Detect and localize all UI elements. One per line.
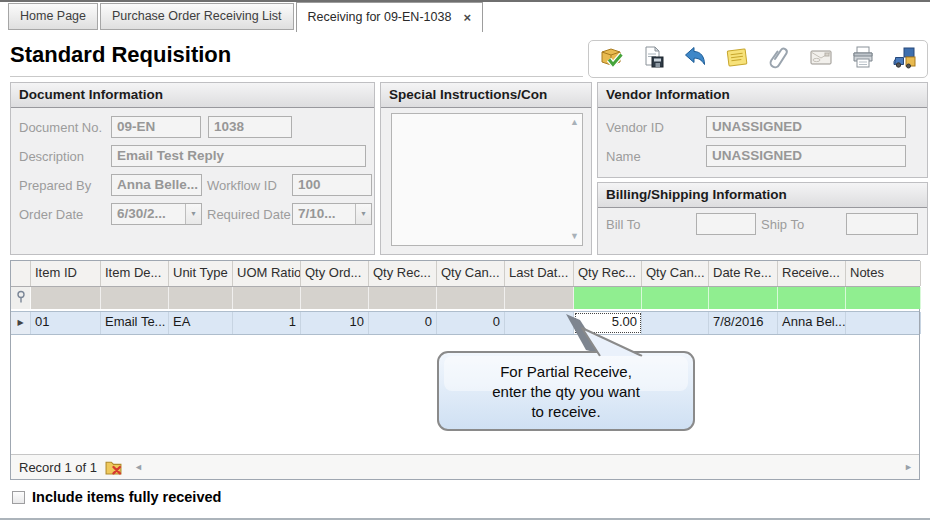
grid-filter-row bbox=[11, 287, 919, 309]
description-field[interactable]: Email Test Reply bbox=[111, 145, 366, 167]
required-date-label: Required Date bbox=[207, 207, 291, 222]
grid-cell-last-date[interactable] bbox=[505, 312, 574, 334]
column-header-qty-ordered[interactable]: Qty Ord... bbox=[301, 261, 369, 286]
filter-cell-unit-type[interactable] bbox=[169, 287, 233, 309]
grid-cell-notes[interactable] bbox=[846, 312, 921, 334]
receive-icon bbox=[598, 44, 624, 74]
vendor-name-label: Name bbox=[606, 149, 641, 164]
scroll-up-icon[interactable]: ▲ bbox=[570, 118, 579, 127]
vendor-information-title: Vendor Information bbox=[598, 83, 927, 108]
filter-cell-qty-cancelled[interactable] bbox=[437, 287, 505, 309]
save-button[interactable] bbox=[639, 44, 667, 74]
prepared-by-field[interactable]: Anna Belle... bbox=[111, 174, 202, 196]
transfer-button[interactable] bbox=[891, 44, 919, 74]
undo-icon bbox=[682, 44, 708, 74]
filter-cell-qty-cancel-now[interactable] bbox=[642, 287, 709, 309]
grid-cell-qty-cancelled[interactable]: 0 bbox=[437, 312, 505, 334]
hscroll-left-icon[interactable]: ◄ bbox=[134, 462, 143, 472]
special-instructions-input[interactable]: ▲ ▼ bbox=[391, 113, 583, 246]
tab-home-page[interactable]: Home Page bbox=[8, 3, 98, 30]
tab-receiving-label: Receiving for 09-EN-1038 bbox=[308, 3, 452, 32]
filter-cell-date-received[interactable] bbox=[709, 287, 778, 309]
notes-button[interactable] bbox=[723, 44, 751, 74]
email-icon bbox=[808, 44, 834, 74]
column-header-notes[interactable]: Notes bbox=[846, 261, 921, 286]
column-header-qty-cancel-now[interactable]: Qty Can... bbox=[642, 261, 709, 286]
grid-cell-unit-type[interactable]: EA bbox=[169, 312, 233, 334]
vendor-id-field[interactable]: UNASSIGNED bbox=[706, 116, 906, 138]
include-items-label: Include items fully received bbox=[32, 489, 221, 505]
tab-close-icon[interactable]: × bbox=[463, 11, 471, 24]
hscroll-right-icon[interactable]: ► bbox=[904, 462, 913, 472]
required-date-dropdown-icon[interactable]: ▼ bbox=[355, 204, 371, 224]
grid-cell-item-id[interactable]: 01 bbox=[31, 312, 101, 334]
filter-cell-qty-receive-now[interactable] bbox=[574, 287, 642, 309]
filter-cell-last-date[interactable] bbox=[505, 287, 574, 309]
filter-cell-item-id[interactable] bbox=[31, 287, 101, 309]
notes-icon bbox=[724, 44, 750, 74]
undo-button[interactable] bbox=[681, 44, 709, 74]
required-date-field[interactable]: 7/10... ▼ bbox=[292, 203, 372, 225]
email-button[interactable] bbox=[807, 44, 835, 74]
document-no-number-field[interactable]: 1038 bbox=[208, 116, 292, 138]
description-label: Description bbox=[19, 149, 84, 164]
column-header-date-received[interactable]: Date Re... bbox=[709, 261, 778, 286]
ship-to-field[interactable] bbox=[846, 213, 918, 235]
grid-cell-received-by[interactable]: Anna Bel... bbox=[778, 312, 846, 334]
vendor-name-field[interactable]: UNASSIGNED bbox=[706, 145, 906, 167]
scroll-down-icon[interactable]: ▼ bbox=[570, 232, 579, 241]
grid-cell-qty-receive-now[interactable]: 5.00 bbox=[574, 312, 642, 334]
column-header-last-date[interactable]: Last Dat... bbox=[505, 261, 574, 286]
tab-receiving[interactable]: Receiving for 09-EN-1038 × bbox=[296, 2, 483, 32]
end-edit-icon[interactable] bbox=[105, 459, 122, 475]
required-date-value: 7/10... bbox=[298, 206, 336, 221]
row-indicator[interactable]: ▶ bbox=[11, 312, 31, 334]
grid-cell-qty-received[interactable]: 0 bbox=[369, 312, 437, 334]
order-date-dropdown-icon[interactable]: ▼ bbox=[185, 204, 201, 224]
bill-to-field[interactable] bbox=[696, 213, 756, 235]
column-header-qty-cancelled[interactable]: Qty Can... bbox=[437, 261, 505, 286]
table-row: ▶01Email Te...EA110005.007/8/2016Anna Be… bbox=[11, 311, 919, 335]
grid-cell-date-received[interactable]: 7/8/2016 bbox=[709, 312, 778, 334]
filter-cell-item-description[interactable] bbox=[101, 287, 169, 309]
column-header-unit-type[interactable]: Unit Type bbox=[169, 261, 233, 286]
workflow-id-field[interactable]: 100 bbox=[292, 174, 372, 196]
column-header-uom-ratio[interactable]: UOM Ratio bbox=[233, 261, 301, 286]
receive-button[interactable] bbox=[597, 44, 625, 74]
grid-cell-qty-cancel-now[interactable] bbox=[642, 312, 709, 334]
include-items-checkbox[interactable] bbox=[12, 491, 25, 504]
row-arrow-icon: ▶ bbox=[17, 313, 23, 333]
column-header-qty-receive-now[interactable]: Qty Rec... bbox=[574, 261, 642, 286]
grid-cell-item-description[interactable]: Email Te... bbox=[101, 312, 169, 334]
page-title: Standard Requisition bbox=[10, 42, 231, 68]
document-information-title: Document Information bbox=[11, 83, 374, 108]
grid-cell-uom-ratio[interactable]: 1 bbox=[233, 312, 301, 334]
title-divider bbox=[10, 76, 583, 77]
column-header-item-id[interactable]: Item ID bbox=[31, 261, 101, 286]
column-header-qty-received[interactable]: Qty Rec... bbox=[369, 261, 437, 286]
record-count: Record 1 of 1 bbox=[19, 460, 97, 475]
filter-cell-uom-ratio[interactable] bbox=[233, 287, 301, 309]
grid-header-indicator bbox=[11, 261, 31, 286]
tab-bar: Home Page Purchase Order Receiving List … bbox=[0, 0, 930, 33]
print-button[interactable] bbox=[849, 44, 877, 74]
filter-cell-received-by[interactable] bbox=[778, 287, 846, 309]
grid-cell-qty-ordered[interactable]: 10 bbox=[301, 312, 369, 334]
vendor-information-panel: Vendor Information Vendor ID UNASSIGNED … bbox=[597, 82, 928, 178]
order-date-label: Order Date bbox=[19, 207, 83, 222]
filter-cell-qty-received[interactable] bbox=[369, 287, 437, 309]
ship-to-label: Ship To bbox=[761, 217, 804, 232]
filter-cell-notes[interactable] bbox=[846, 287, 921, 309]
tab-purchase-order-receiving-list[interactable]: Purchase Order Receiving List bbox=[100, 3, 294, 30]
document-no-prefix-field[interactable]: 09-EN bbox=[111, 116, 201, 138]
order-date-field[interactable]: 6/30/2... ▼ bbox=[111, 203, 202, 225]
vendor-id-label: Vendor ID bbox=[606, 120, 664, 135]
attachment-button[interactable] bbox=[765, 44, 793, 74]
column-header-item-description[interactable]: Item De... bbox=[101, 261, 169, 286]
bottom-divider bbox=[0, 518, 930, 520]
grid-status-bar: Record 1 of 1 ◄ ► bbox=[11, 454, 919, 479]
transfer-icon bbox=[892, 44, 918, 74]
column-header-received-by[interactable]: Receive... bbox=[778, 261, 846, 286]
filter-cell-qty-ordered[interactable] bbox=[301, 287, 369, 309]
filter-row-indicator[interactable] bbox=[11, 287, 31, 309]
